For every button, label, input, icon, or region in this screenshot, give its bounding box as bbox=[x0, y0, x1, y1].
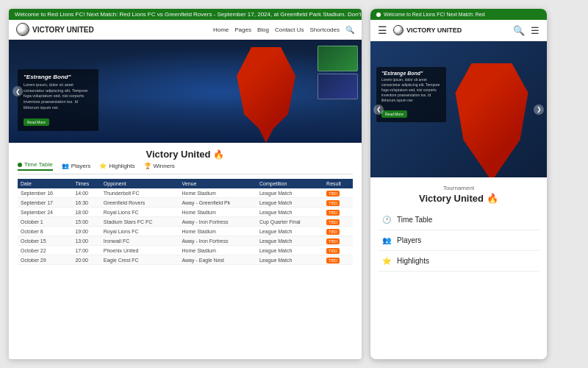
table-cell-0: October 29 bbox=[18, 255, 72, 265]
table-cell-4: League Match bbox=[257, 227, 323, 236]
hero-prev-button[interactable]: ❮ bbox=[12, 86, 23, 96]
col-venue: Venue bbox=[179, 179, 257, 188]
table-cell-2: Royal Lions FC bbox=[101, 208, 179, 217]
mobile-hero-text-box: "Estrange Bond" Lorem ipsum, dolor sit a… bbox=[376, 67, 446, 122]
table-cell-5: TBD bbox=[323, 217, 353, 227]
tab-time-table[interactable]: Time Table bbox=[18, 161, 53, 171]
hamburger-icon[interactable]: ☰ bbox=[378, 24, 387, 36]
logo-ball-icon bbox=[16, 23, 29, 36]
tbd-badge: TBD bbox=[326, 229, 340, 235]
hero-text-box: "Estrange Bond" Lorem ipsum, dolor sit a… bbox=[18, 69, 98, 131]
col-result: Result bbox=[323, 179, 353, 188]
table-cell-3: Home Stadium bbox=[179, 246, 257, 255]
tbd-badge: TBD bbox=[326, 258, 340, 263]
mobile-mockup: Welcome to Red Lions FC! Next Match: Red… bbox=[370, 9, 547, 359]
table-cell-3: Away - Greenfield Pk bbox=[179, 198, 257, 208]
mobile-read-more-button[interactable]: Read More bbox=[381, 110, 407, 118]
table-cell-5: TBD bbox=[323, 236, 353, 246]
table-row: October 819:00Royal Lions FCHome Stadium… bbox=[18, 227, 353, 236]
mobile-player-silhouette bbox=[451, 63, 532, 177]
table-cell-5: TBD bbox=[323, 198, 353, 208]
ticker-bar: Welcome to Red Lions FC! Next Match: Red… bbox=[9, 9, 362, 20]
tbd-badge: TBD bbox=[326, 200, 340, 206]
table-cell-1: 16:30 bbox=[72, 198, 100, 208]
table-cell-5: TBD bbox=[323, 208, 353, 217]
table-cell-2: Eagle Crest FC bbox=[101, 255, 179, 265]
tbd-badge: TBD bbox=[326, 248, 340, 254]
table-cell-4: League Match bbox=[257, 255, 323, 265]
table-cell-4: Cup Quarter Final bbox=[257, 217, 323, 227]
desktop-nav: VICTORY UNITED Home Pages Blog Contact U… bbox=[9, 20, 362, 40]
mobile-highlights-icon: ⭐ bbox=[382, 257, 391, 265]
mobile-tab-players[interactable]: 👥 Players bbox=[378, 230, 539, 251]
tbd-badge: TBD bbox=[326, 191, 340, 197]
table-cell-5: TBD bbox=[323, 227, 353, 236]
fire-icon: 🔥 bbox=[213, 149, 224, 160]
table-cell-3: Home Stadium bbox=[179, 208, 257, 217]
nav-home[interactable]: Home bbox=[213, 26, 229, 33]
nav-shortcodes[interactable]: Shortcodes bbox=[310, 26, 340, 33]
mobile-tab-highlights[interactable]: ⭐ Highlights bbox=[378, 251, 539, 272]
hero-read-more-button[interactable]: Read More bbox=[24, 118, 49, 126]
col-opponent: Opponent bbox=[101, 179, 179, 188]
desktop-content: Victory United 🔥 Time Table 👥 Players ⭐ … bbox=[9, 143, 362, 359]
table-cell-1: 14:00 bbox=[72, 188, 100, 198]
mobile-prev-button[interactable]: ❮ bbox=[373, 105, 384, 115]
tab-players-label: Players bbox=[71, 163, 91, 169]
mobile-menu-icon[interactable]: ☰ bbox=[531, 25, 539, 36]
nav-blog[interactable]: Blog bbox=[257, 26, 269, 33]
tab-players[interactable]: 👥 Players bbox=[62, 161, 91, 171]
nav-contact[interactable]: Contact Us bbox=[275, 26, 304, 33]
desktop-logo[interactable]: VICTORY UNITED bbox=[16, 23, 94, 36]
table-row: September 1614:00Thunderbolt FCHome Stad… bbox=[18, 188, 353, 198]
tbd-badge: TBD bbox=[326, 219, 340, 225]
mobile-ticker-text: Welcome to Red Lions FC! Next Match: Red bbox=[384, 12, 485, 17]
mobile-logo[interactable]: VICTORY UNITED bbox=[393, 25, 462, 35]
table-cell-2: Ironwall FC bbox=[101, 236, 179, 246]
mobile-content: Tournament Victory United 🔥 🕐 Time Table… bbox=[370, 177, 547, 359]
table-cell-2: Phoenix United bbox=[101, 246, 179, 255]
mobile-next-button[interactable]: ❯ bbox=[534, 105, 544, 115]
hero-quote: "Estrange Bond" bbox=[24, 74, 93, 80]
tab-highlights-label: Highlights bbox=[109, 163, 135, 169]
col-times: Times bbox=[72, 179, 100, 188]
mobile-logo-text: VICTORY UNITED bbox=[406, 26, 462, 34]
tab-highlights[interactable]: ⭐ Highlights bbox=[99, 161, 135, 171]
table-cell-0: September 16 bbox=[18, 188, 72, 198]
table-cell-4: League Match bbox=[257, 246, 323, 255]
nav-icons: 🔍 bbox=[345, 26, 354, 34]
search-icon[interactable]: 🔍 bbox=[345, 26, 354, 34]
col-competition: Competition bbox=[257, 179, 323, 188]
mobile-section-title-text: Victory United bbox=[419, 193, 484, 204]
table-cell-2: Royal Lions FC bbox=[101, 227, 179, 236]
table-row: September 2418:00Royal Lions FCHome Stad… bbox=[18, 208, 353, 217]
mobile-tab-time-table[interactable]: 🕐 Time Table bbox=[378, 210, 539, 230]
mobile-nav: ☰ VICTORY UNITED 🔍 ☰ bbox=[370, 20, 547, 41]
tbd-badge: TBD bbox=[326, 238, 340, 244]
mobile-hero-description: Lorem ipsum, dolor sit amet consectetur … bbox=[381, 77, 441, 103]
table-cell-4: League Match bbox=[257, 208, 323, 217]
table-cell-0: October 1 bbox=[18, 217, 72, 227]
mobile-tab-players-label: Players bbox=[397, 236, 421, 244]
mobile-hero: "Estrange Bond" Lorem ipsum, dolor sit a… bbox=[370, 41, 547, 177]
table-cell-3: Away - Iron Fortress bbox=[179, 217, 257, 227]
table-cell-3: Home Stadium bbox=[179, 227, 257, 236]
tbd-badge: TBD bbox=[326, 210, 340, 216]
table-cell-1: 18:00 bbox=[72, 208, 100, 217]
table-cell-3: Home Stadium bbox=[179, 188, 257, 198]
tab-dot-icon bbox=[18, 163, 22, 167]
table-row: September 1716:30Greenfield RoversAway -… bbox=[18, 198, 353, 208]
mobile-search-icon[interactable]: 🔍 bbox=[513, 25, 525, 36]
mobile-section-title: Victory United 🔥 bbox=[378, 193, 539, 204]
mobile-players-icon: 👥 bbox=[382, 236, 391, 244]
table-cell-0: October 22 bbox=[18, 246, 72, 255]
match-table: Date Times Opponent Venue Competition Re… bbox=[18, 179, 353, 265]
table-cell-3: Away - Iron Fortress bbox=[179, 236, 257, 246]
desktop-mockup: Welcome to Red Lions FC! Next Match: Red… bbox=[9, 9, 362, 359]
nav-pages[interactable]: Pages bbox=[234, 26, 251, 33]
table-cell-4: League Match bbox=[257, 236, 323, 246]
desktop-hero: "Estrange Bond" Lorem ipsum, dolor sit a… bbox=[9, 40, 362, 143]
mobile-tab-time-table-label: Time Table bbox=[397, 216, 432, 224]
tab-winners[interactable]: 🏆 Winners bbox=[144, 161, 175, 171]
table-cell-1: 13:00 bbox=[72, 236, 100, 246]
